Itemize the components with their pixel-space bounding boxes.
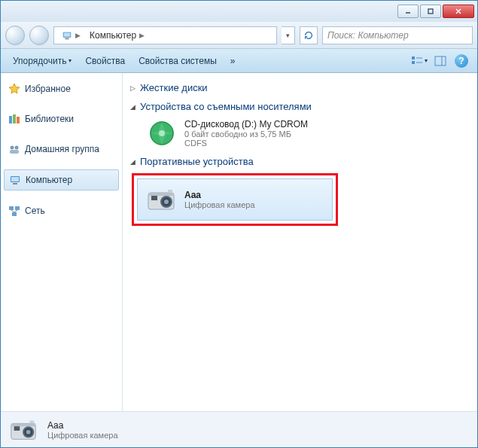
network-icon	[8, 205, 20, 217]
svg-rect-35	[151, 196, 157, 200]
group-removable[interactable]: ◢Устройства со съемными носителями	[130, 96, 470, 115]
svg-point-34	[164, 200, 169, 204]
content-pane: ▷Жесткие диски ◢Устройства со съемными н…	[123, 73, 477, 411]
svg-rect-31	[148, 193, 174, 196]
svg-rect-22	[9, 206, 14, 210]
svg-line-25	[11, 210, 14, 212]
forward-button[interactable]	[29, 26, 49, 45]
svg-point-16	[11, 146, 14, 150]
computer-icon	[62, 30, 72, 41]
sidebar-item-homegroup[interactable]: Домашняя группа	[4, 139, 119, 159]
svg-rect-24	[12, 212, 17, 216]
organize-menu[interactable]: Упорядочить ▾	[7, 53, 78, 69]
group-portable[interactable]: ◢Портативные устройства	[130, 151, 470, 170]
camera-icon	[8, 415, 38, 445]
svg-rect-13	[9, 116, 12, 123]
svg-rect-5	[64, 32, 71, 36]
close-button[interactable]	[443, 5, 474, 18]
sidebar-item-computer[interactable]: Компьютер	[4, 169, 119, 190]
minimize-button[interactable]	[397, 5, 419, 18]
camera-icon	[145, 184, 177, 215]
svg-rect-11	[435, 56, 446, 66]
status-bar: Aaa Цифровая камера	[1, 411, 477, 447]
properties-button[interactable]: Свойства	[79, 53, 131, 69]
sidebar-item-favorites[interactable]: Избранное	[4, 79, 119, 99]
svg-rect-38	[11, 423, 35, 426]
cd-drive-icon	[147, 118, 177, 148]
svg-line-26	[14, 210, 17, 212]
annotation-highlight: Aaa Цифровая камера	[132, 173, 338, 226]
svg-rect-36	[168, 190, 172, 193]
cd-title: CD-дисковод (D:) My CDROM	[184, 119, 308, 130]
svg-point-41	[26, 430, 31, 434]
sidebar-item-libraries[interactable]: Библиотеки	[4, 109, 119, 129]
svg-rect-20	[11, 177, 19, 181]
chevron-down-icon: ◢	[130, 103, 135, 111]
computer-icon	[9, 174, 21, 186]
preview-pane-button[interactable]	[432, 53, 449, 69]
address-dropdown[interactable]: ▾	[282, 26, 295, 44]
svg-rect-8	[412, 61, 415, 64]
titlebar	[1, 1, 477, 22]
group-hdd[interactable]: ▷Жесткие диски	[130, 78, 470, 96]
svg-rect-1	[428, 9, 433, 14]
address-bar[interactable]: ▶ Компьютер ▶	[53, 26, 277, 44]
toolbar-overflow[interactable]: »	[224, 53, 242, 69]
device-camera[interactable]: Aaa Цифровая камера	[137, 178, 333, 221]
back-button[interactable]	[5, 26, 25, 45]
maximize-button[interactable]	[420, 5, 441, 18]
libraries-icon	[8, 113, 20, 125]
svg-rect-21	[13, 183, 17, 184]
search-input[interactable]: Поиск: Компьютер	[322, 26, 473, 44]
sidebar: Избранное Библиотеки Домашняя группа Ком…	[1, 73, 123, 411]
view-mode-button[interactable]: ▾	[411, 53, 428, 69]
toolbar: Упорядочить ▾ Свойства Свойства системы …	[1, 49, 477, 73]
device-name: Aaa	[184, 190, 255, 200]
sidebar-item-network[interactable]: Сеть	[4, 201, 119, 221]
svg-rect-18	[10, 150, 19, 154]
svg-rect-15	[17, 117, 20, 123]
svg-rect-14	[13, 114, 16, 123]
refresh-button[interactable]	[300, 26, 318, 44]
svg-rect-43	[30, 420, 35, 423]
cd-fs: CDFS	[184, 139, 308, 148]
svg-rect-7	[412, 56, 415, 59]
explorer-window: ▶ Компьютер ▶ ▾ Поиск: Компьютер Упорядо…	[0, 0, 478, 448]
drive-cd[interactable]: CD-дисковод (D:) My CDROM 0 байт свободн…	[130, 115, 470, 151]
status-name: Aaa	[47, 420, 118, 431]
help-icon: ?	[455, 54, 468, 68]
svg-rect-42	[14, 426, 20, 431]
body: Избранное Библиотеки Домашняя группа Ком…	[1, 73, 477, 411]
search-placeholder: Поиск: Компьютер	[327, 30, 409, 41]
svg-point-17	[15, 146, 19, 150]
svg-rect-6	[65, 38, 69, 39]
status-type: Цифровая камера	[47, 431, 118, 440]
chevron-down-icon: ◢	[130, 158, 135, 166]
svg-rect-23	[15, 206, 20, 210]
breadcrumb-computer[interactable]: Компьютер	[90, 30, 136, 41]
nav-row: ▶ Компьютер ▶ ▾ Поиск: Компьютер	[1, 22, 477, 49]
star-icon	[8, 83, 20, 95]
system-properties-button[interactable]: Свойства системы	[132, 53, 223, 69]
chevron-right-icon: ▷	[130, 84, 135, 92]
refresh-icon	[303, 30, 314, 41]
cd-free: 0 байт свободно из 5,75 МБ	[184, 130, 308, 139]
device-type: Цифровая камера	[184, 200, 255, 209]
homegroup-icon	[8, 143, 20, 155]
help-button[interactable]: ?	[453, 53, 470, 69]
